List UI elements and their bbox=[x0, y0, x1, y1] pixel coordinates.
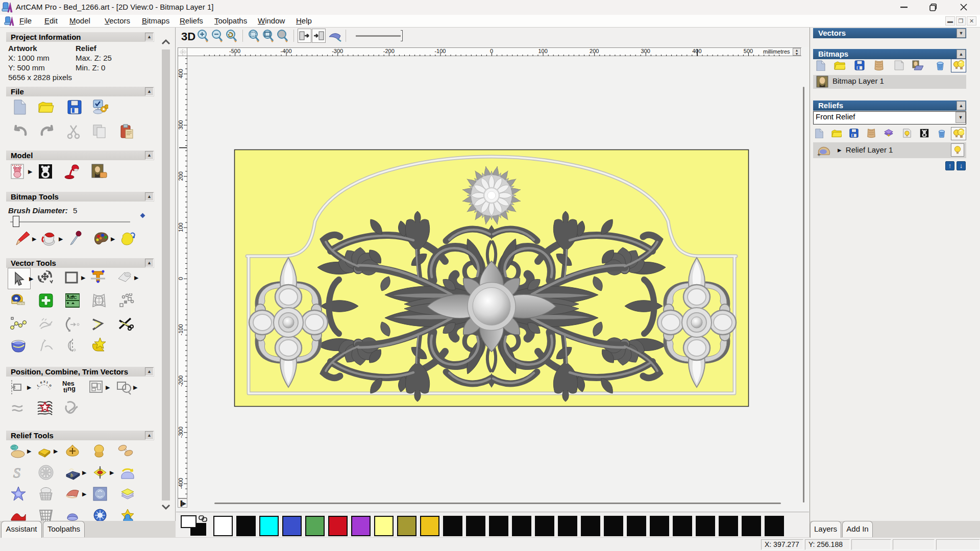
svg-text:0: 0 bbox=[490, 48, 493, 54]
svg-text:500: 500 bbox=[744, 48, 753, 54]
svg-text:400: 400 bbox=[178, 69, 184, 78]
svg-text:-400: -400 bbox=[281, 48, 292, 54]
svg-text:-300: -300 bbox=[178, 427, 184, 438]
svg-text:200: 200 bbox=[590, 48, 599, 54]
svg-text:-200: -200 bbox=[383, 48, 395, 54]
svg-text:0: 0 bbox=[178, 277, 184, 280]
svg-text:-400: -400 bbox=[178, 478, 184, 489]
svg-text:x: x bbox=[43, 380, 45, 383]
svg-text:-200: -200 bbox=[178, 375, 184, 387]
svg-text:b: b bbox=[70, 472, 73, 478]
svg-text:300: 300 bbox=[641, 48, 650, 54]
svg-text:ting: ting bbox=[63, 385, 76, 394]
svg-text:o: o bbox=[48, 383, 52, 387]
svg-text:+: + bbox=[817, 151, 821, 157]
svg-text:S: S bbox=[13, 465, 20, 481]
svg-text:-500: -500 bbox=[229, 48, 240, 54]
svg-text:-300: -300 bbox=[332, 48, 343, 54]
svg-text:-100: -100 bbox=[178, 324, 184, 335]
svg-text:100: 100 bbox=[538, 48, 547, 54]
svg-text:100: 100 bbox=[178, 222, 184, 232]
svg-text:t: t bbox=[46, 381, 49, 385]
svg-text:t: t bbox=[36, 384, 39, 388]
svg-text:e: e bbox=[40, 380, 43, 384]
svg-text:300: 300 bbox=[178, 120, 184, 130]
svg-text:200: 200 bbox=[178, 171, 184, 181]
svg-text:-100: -100 bbox=[434, 48, 446, 54]
